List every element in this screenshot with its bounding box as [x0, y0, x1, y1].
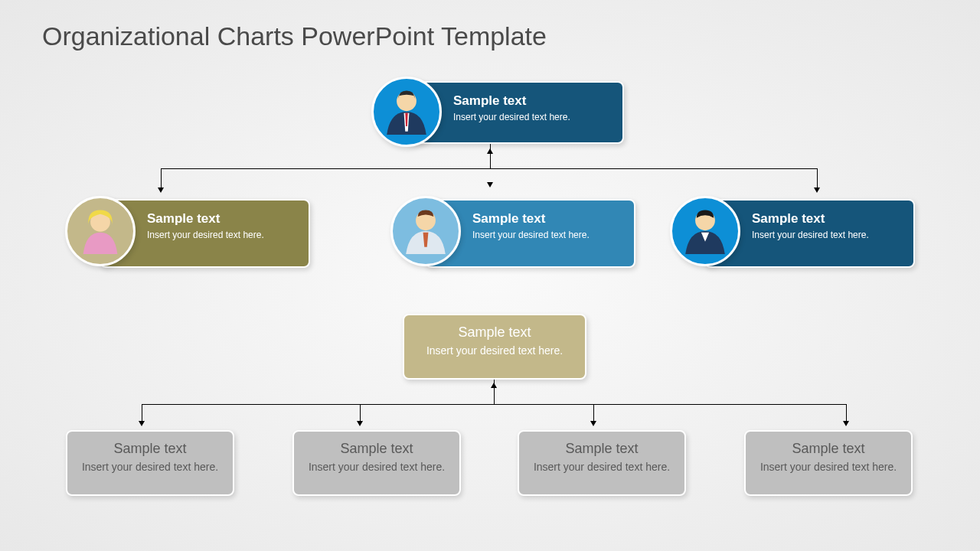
node-subtitle: Insert your desired text here. — [302, 460, 452, 474]
org-node-bottom-0: Sample text Insert your desired text her… — [66, 430, 234, 496]
node-title: Sample text — [147, 211, 296, 227]
page-title: Organizational Charts PowerPoint Templat… — [42, 21, 547, 51]
avatar-mid-0 — [65, 196, 136, 266]
org-node-subhead: Sample text Insert your desired text her… — [403, 314, 586, 380]
org-node-bottom-3: Sample text Insert your desired text her… — [744, 430, 913, 496]
node-subtitle: Insert your desired text here. — [752, 230, 901, 242]
person-icon — [67, 198, 133, 264]
node-subtitle: Insert your desired text here. — [147, 230, 296, 242]
node-subtitle: Insert your desired text here. — [412, 344, 577, 357]
node-title: Sample text — [752, 211, 901, 227]
node-subtitle: Insert your desired text here. — [472, 230, 622, 242]
node-title: Sample text — [302, 441, 452, 457]
person-icon — [393, 198, 459, 264]
avatar-top — [371, 77, 442, 147]
org-node-bottom-2: Sample text Insert your desired text her… — [518, 430, 686, 496]
avatar-mid-1 — [390, 196, 461, 266]
node-subtitle: Insert your desired text here. — [527, 460, 677, 474]
person-icon — [672, 198, 738, 264]
node-title: Sample text — [472, 211, 622, 227]
person-icon — [374, 79, 439, 145]
org-node-bottom-1: Sample text Insert your desired text her… — [292, 430, 461, 496]
node-title: Sample text — [453, 93, 610, 109]
node-title: Sample text — [412, 324, 577, 341]
node-title: Sample text — [527, 441, 677, 457]
node-subtitle: Insert your desired text here. — [453, 112, 610, 124]
avatar-mid-2 — [670, 196, 740, 266]
node-subtitle: Insert your desired text here. — [753, 460, 903, 474]
node-title: Sample text — [753, 441, 903, 457]
node-title: Sample text — [75, 441, 225, 457]
node-subtitle: Insert your desired text here. — [75, 460, 225, 474]
